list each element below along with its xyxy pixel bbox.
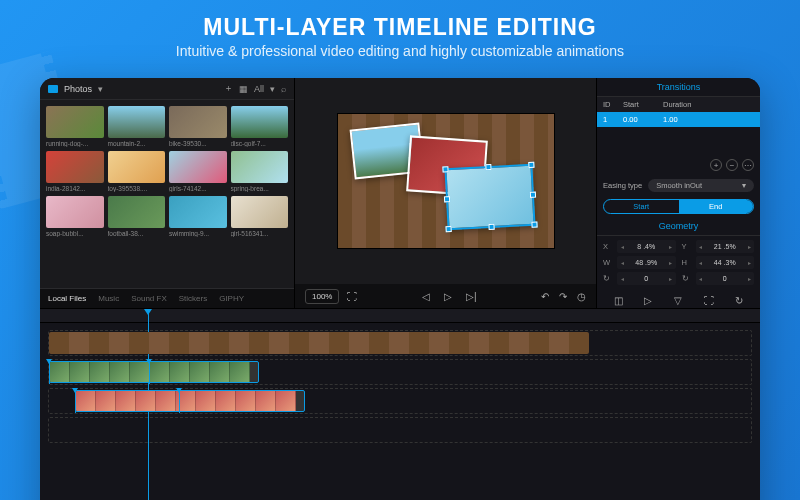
transitions-header: ID Start Duration [597, 97, 760, 112]
properties-panel: Transitions ID Start Duration 1 0.00 1.0… [596, 78, 760, 308]
media-thumb[interactable]: girls-74142... [169, 151, 227, 192]
video-editor-window: Photos ▾ ＋ ▦ All ▾ ⌕ running-dog-... mou… [40, 78, 760, 500]
transition-row[interactable]: 1 0.00 1.00 [597, 112, 760, 127]
prev-frame-icon[interactable]: ◁ [422, 291, 430, 302]
filter-label[interactable]: All [254, 84, 264, 94]
track-3[interactable] [48, 388, 752, 414]
w-stepper[interactable]: ◂48 .9%▸ [617, 256, 676, 269]
next-frame-icon[interactable]: ▷| [466, 291, 477, 302]
layer-photo-selected[interactable] [444, 164, 535, 231]
canvas-area[interactable] [295, 78, 596, 284]
y-stepper[interactable]: ◂21 .5%▸ [696, 240, 755, 253]
media-thumb[interactable]: swimming-9... [169, 196, 227, 237]
resize-handle[interactable] [443, 196, 449, 202]
keyframe-marker[interactable] [75, 389, 76, 413]
flip-v-icon[interactable]: ▽ [671, 293, 685, 307]
tab-soundfx[interactable]: Sound FX [131, 294, 167, 303]
play-icon[interactable]: ▷ [444, 291, 452, 302]
media-thumb[interactable]: girl-516341... [231, 196, 289, 237]
track-1[interactable] [48, 330, 752, 356]
grid-view-icon[interactable]: ▦ [239, 84, 248, 94]
media-header: Photos ▾ ＋ ▦ All ▾ ⌕ [40, 78, 294, 100]
media-thumb[interactable]: disc-golf-7... [231, 106, 289, 147]
resize-handle[interactable] [531, 222, 537, 228]
undo-icon[interactable]: ↶ [541, 291, 549, 302]
media-thumb[interactable]: bike-39530... [169, 106, 227, 147]
headline-subtitle: Intuitive & professional video editing a… [20, 43, 780, 59]
clip-background[interactable] [49, 332, 589, 354]
x-stepper[interactable]: ◂8 .4%▸ [617, 240, 676, 253]
resize-handle[interactable] [485, 164, 491, 170]
geometry-tools: ◫ ▷ ▽ ⛶ ↻ [597, 289, 760, 308]
track-empty[interactable] [48, 417, 752, 443]
folder-dropdown-icon[interactable]: ▾ [98, 84, 103, 94]
tab-giphy[interactable]: GIPHY [219, 294, 244, 303]
headline: MULTI-LAYER TIMELINE EDITING Intuitive &… [0, 0, 800, 65]
resize-handle[interactable] [529, 192, 535, 198]
media-folder-label[interactable]: Photos [64, 84, 92, 94]
media-thumb[interactable]: spring-brea... [231, 151, 289, 192]
easing-select[interactable]: Smooth inOut ▾ [648, 179, 754, 192]
section-title-geometry: Geometry [597, 217, 760, 236]
remove-transition-button[interactable]: − [726, 159, 738, 171]
resize-handle[interactable] [445, 226, 451, 232]
media-thumb[interactable]: running-dog-... [46, 106, 104, 147]
resize-handle[interactable] [442, 166, 448, 172]
tab-stickers[interactable]: Stickers [179, 294, 207, 303]
preview-controls: 100% ⛶ ◁ ▷ ▷| ↶ ↷ ◷ [295, 284, 596, 308]
rotation-y-stepper[interactable]: ◂0▸ [696, 272, 755, 285]
media-thumb[interactable]: india-28142... [46, 151, 104, 192]
keyframe-marker[interactable] [179, 389, 180, 413]
segment-start[interactable]: Start [604, 200, 679, 213]
timeline-ruler[interactable] [40, 309, 760, 323]
resize-handle[interactable] [528, 162, 534, 168]
media-thumb[interactable]: mountain-2... [108, 106, 166, 147]
easing-segment: Start End [603, 199, 754, 214]
h-stepper[interactable]: ◂44 .3%▸ [696, 256, 755, 269]
transition-options-button[interactable]: ⋯ [742, 159, 754, 171]
add-media-button[interactable]: ＋ [224, 82, 233, 95]
easing-label: Easing type [603, 181, 642, 190]
media-thumb[interactable]: toy-395538.... [108, 151, 166, 192]
preview-canvas[interactable] [337, 113, 555, 249]
chevron-down-icon: ▾ [742, 181, 746, 190]
filter-dropdown-icon[interactable]: ▾ [270, 84, 275, 94]
rotate-icon[interactable]: ↻ [732, 293, 746, 307]
redo-icon[interactable]: ↷ [559, 291, 567, 302]
preview-panel: 100% ⛶ ◁ ▷ ▷| ↶ ↷ ◷ [295, 78, 596, 308]
flip-h-icon[interactable]: ▷ [641, 293, 655, 307]
media-thumb[interactable]: football-38... [108, 196, 166, 237]
media-panel: Photos ▾ ＋ ▦ All ▾ ⌕ running-dog-... mou… [40, 78, 295, 308]
media-grid: running-dog-... mountain-2... bike-39530… [40, 100, 294, 288]
section-title-transitions: Transitions [597, 78, 760, 97]
clip-layer-b[interactable] [75, 390, 305, 412]
track-2[interactable] [48, 359, 752, 385]
keyframe-marker[interactable] [49, 360, 50, 384]
segment-end[interactable]: End [679, 200, 754, 213]
crop-icon[interactable]: ◫ [611, 293, 625, 307]
timeline[interactable] [40, 308, 760, 500]
add-transition-button[interactable]: + [710, 159, 722, 171]
media-thumb[interactable]: soap-bubbl... [46, 196, 104, 237]
clip-layer-a[interactable] [49, 361, 259, 383]
timer-icon[interactable]: ◷ [577, 291, 586, 302]
keyframe-marker[interactable] [149, 360, 150, 384]
rotation-x-stepper[interactable]: ◂0▸ [617, 272, 676, 285]
tab-local-files[interactable]: Local Files [48, 294, 86, 303]
fullscreen-icon[interactable]: ⛶ [347, 291, 357, 302]
media-source-tabs: Local Files Music Sound FX Stickers GIPH… [40, 288, 294, 308]
folder-icon [48, 85, 58, 93]
search-icon[interactable]: ⌕ [281, 84, 286, 94]
fit-icon[interactable]: ⛶ [702, 293, 716, 307]
headline-title: MULTI-LAYER TIMELINE EDITING [20, 14, 780, 41]
tab-music[interactable]: Music [98, 294, 119, 303]
zoom-level[interactable]: 100% [305, 289, 339, 304]
resize-handle[interactable] [488, 224, 494, 230]
